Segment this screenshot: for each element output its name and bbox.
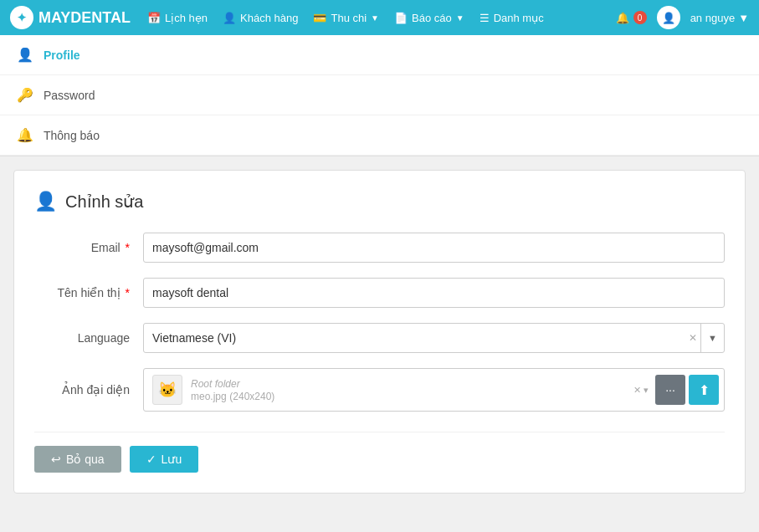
- avatar-folder-text: Root folder: [191, 378, 274, 390]
- form-title-text: Chỉnh sửa: [65, 192, 144, 212]
- baocao-arrow-icon: ▼: [456, 13, 464, 23]
- nav-item-baocao[interactable]: 📄 Báo cáo ▼: [394, 12, 464, 24]
- password-icon: 🔑: [17, 87, 33, 103]
- sidebar-label-thongbao: Thông báo: [44, 129, 100, 142]
- nav-label-khachhang: Khách hàng: [240, 12, 298, 24]
- notification-badge: 0: [633, 11, 647, 24]
- display-name-group: Tên hiển thị *: [34, 278, 725, 308]
- avatar-upload-wrapper: 🐱 Root folder meo.jpg (240x240) ✕ ▾ ··· …: [143, 368, 725, 412]
- sidebar-label-profile: Profile: [44, 49, 80, 62]
- language-select[interactable]: Vietnamese (VI) ✕ ▼: [143, 323, 725, 353]
- cancel-label: Bỏ qua: [66, 453, 105, 466]
- display-name-required-star: *: [126, 286, 130, 299]
- nav-right: 🔔 0 👤 an nguye ▼: [616, 6, 749, 29]
- sidebar-item-profile[interactable]: 👤 Profile: [0, 35, 759, 75]
- bell-icon: 🔔: [616, 12, 629, 24]
- menu-icon: ☰: [480, 12, 490, 24]
- user-display-name: an nguye: [690, 12, 736, 24]
- language-value: Vietnamese (VI): [144, 331, 685, 345]
- nav-item-thuchi[interactable]: 💳 Thu chi ▼: [313, 12, 379, 24]
- nav-label-lichhen: Lịch hẹn: [165, 12, 208, 24]
- user-menu-arrow-icon: ▼: [738, 12, 749, 24]
- sidebar-item-password[interactable]: 🔑 Password: [0, 75, 759, 115]
- nav-items: 📅 Lịch hẹn 👤 Khách hàng 💳 Thu chi ▼ 📄 Bá…: [147, 12, 599, 24]
- form-title-icon: 👤: [34, 191, 57, 212]
- avatar-upload-button[interactable]: ⬆: [689, 375, 719, 405]
- display-name-input[interactable]: [143, 278, 725, 308]
- nav-label-danhmuc: Danh mục: [494, 12, 544, 24]
- avatar-file-text: Root folder meo.jpg (240x240): [191, 378, 274, 402]
- save-button[interactable]: ✓ Lưu: [130, 446, 199, 473]
- avatar-clear-icon[interactable]: ✕ ▾: [630, 383, 652, 397]
- avatar-filename-text: meo.jpg (240x240): [191, 390, 274, 402]
- nav-item-khachhang[interactable]: 👤 Khách hàng: [223, 12, 298, 24]
- form-card: 👤 Chỉnh sửa Email * Tên hiển thị * Langu…: [13, 170, 746, 494]
- save-label: Lưu: [162, 453, 182, 466]
- notification-bell[interactable]: 🔔 0: [616, 11, 647, 24]
- avatar-icon: 👤: [662, 12, 675, 24]
- language-group: Language Vietnamese (VI) ✕ ▼: [34, 323, 725, 353]
- user-avatar[interactable]: 👤: [657, 6, 680, 29]
- sidebar-item-thongbao[interactable]: 🔔 Thông báo: [0, 115, 759, 156]
- avatar-file-info: 🐱 Root folder meo.jpg (240x240): [144, 375, 630, 405]
- avatar-group: Ảnh đại diện 🐱 Root folder meo.jpg (240x…: [34, 368, 725, 412]
- notification-icon: 🔔: [17, 127, 33, 143]
- avatar-thumbnail: 🐱: [152, 375, 182, 405]
- sidebar-label-password: Password: [44, 89, 95, 102]
- email-input[interactable]: [143, 233, 725, 263]
- payment-icon: 💳: [313, 12, 326, 24]
- email-required-star: *: [126, 241, 130, 254]
- form-title: 👤 Chỉnh sửa: [34, 191, 725, 212]
- nav-item-lichhen[interactable]: 📅 Lịch hẹn: [147, 12, 208, 24]
- avatar-controls: ✕ ▾ ··· ⬆: [630, 375, 724, 405]
- brand-logo[interactable]: ✦ MAYDENTAL: [10, 6, 131, 29]
- language-clear-icon[interactable]: ✕: [685, 332, 700, 344]
- email-label: Email *: [34, 241, 143, 254]
- form-footer: ↩ Bỏ qua ✓ Lưu: [34, 432, 725, 473]
- language-arrow-icon[interactable]: ▼: [700, 324, 724, 352]
- profile-icon: 👤: [17, 47, 33, 63]
- display-name-label: Tên hiển thị *: [34, 286, 143, 299]
- calendar-icon: 📅: [147, 12, 161, 24]
- language-label: Language: [34, 331, 143, 345]
- avatar-label: Ảnh đại diện: [34, 383, 143, 396]
- back-arrow-icon: ↩: [51, 453, 61, 466]
- main-content: 👤 Chỉnh sửa Email * Tên hiển thị * Langu…: [0, 156, 759, 507]
- top-navbar: ✦ MAYDENTAL 📅 Lịch hẹn 👤 Khách hàng 💳 Th…: [0, 0, 759, 35]
- nav-label-thuchi: Thu chi: [331, 12, 367, 24]
- cancel-button[interactable]: ↩ Bỏ qua: [34, 446, 121, 473]
- nav-label-baocao: Báo cáo: [412, 12, 452, 24]
- nav-item-danhmuc[interactable]: ☰ Danh mục: [480, 12, 544, 24]
- thuchi-arrow-icon: ▼: [371, 13, 379, 23]
- report-icon: 📄: [394, 12, 408, 24]
- email-group: Email *: [34, 233, 725, 263]
- brand-name: MAYDENTAL: [38, 9, 131, 27]
- check-icon: ✓: [146, 453, 156, 466]
- user-menu[interactable]: an nguye ▼: [690, 12, 749, 24]
- user-icon: 👤: [223, 12, 236, 24]
- brand-icon: ✦: [10, 6, 33, 29]
- avatar-more-button[interactable]: ···: [655, 375, 685, 405]
- side-nav: 👤 Profile 🔑 Password 🔔 Thông báo: [0, 35, 759, 156]
